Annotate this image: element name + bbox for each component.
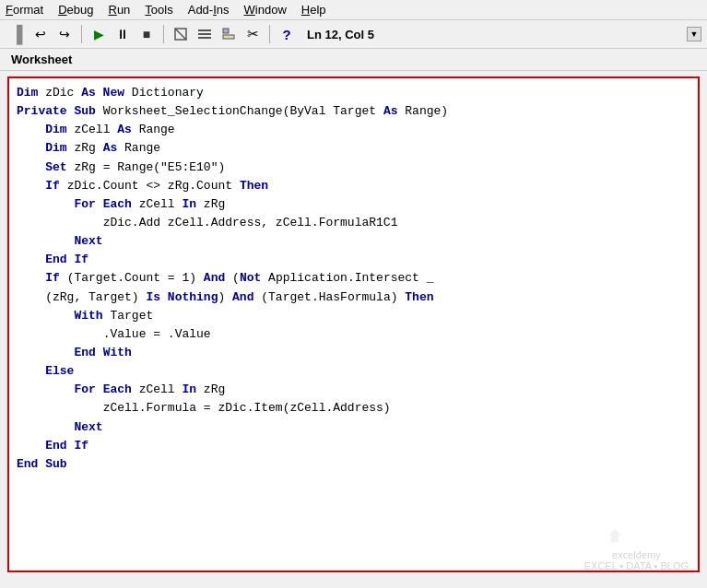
redo-button[interactable]: ↪: [53, 23, 76, 45]
code-line-8: zDic.Add zCell.Address, zCell.FormulaR1C…: [17, 214, 690, 232]
svg-rect-6: [223, 35, 234, 39]
code-line-19: Next: [17, 418, 690, 437]
code-line-11: If (Target.Count = 1) And (Not Applicati…: [17, 269, 690, 288]
code-line-14: .Value = .Value: [17, 325, 690, 344]
menubar: Format Debug Run Tools Add-Ins Window He…: [0, 0, 707, 20]
menu-debug[interactable]: Debug: [58, 3, 93, 17]
code-line-18: zCell.Formula = zDic.Item(zCell.Address): [17, 399, 690, 417]
pause-button[interactable]: ⏸: [112, 23, 134, 45]
undo-button[interactable]: ↩: [29, 23, 52, 45]
svg-rect-5: [223, 29, 229, 33]
code-line-1: Dim zDic As New Dictionary: [17, 84, 690, 102]
code-editor[interactable]: Dim zDic As New Dictionary Private Sub W…: [7, 76, 700, 572]
sheet-label: Worksheet: [0, 49, 707, 71]
code-line-4: Dim zRg As Range: [17, 139, 690, 158]
code-line-6: If zDic.Count <> zRg.Count Then: [17, 177, 690, 195]
code-line-12: (zRg, Target) Is Nothing) And (Target.Ha…: [17, 288, 690, 307]
svg-line-1: [175, 29, 186, 40]
code-line-10: End If: [17, 251, 690, 269]
code-line-5: Set zRg = Range("E5:E10"): [17, 159, 690, 177]
watermark-logo: [584, 522, 689, 549]
svg-rect-8: [611, 535, 619, 542]
code-line-3: Dim zCell As Range: [17, 121, 690, 139]
code-line-17: For Each zCell In zRg: [17, 381, 690, 399]
cursor-position: Ln 12, Col 5: [307, 28, 374, 41]
menu-format[interactable]: Format: [6, 3, 43, 17]
toolbar-arrow[interactable]: ▼: [687, 27, 701, 41]
watermark-text-1: exceldemy: [584, 549, 689, 560]
code-line-21: End Sub: [17, 455, 690, 474]
svg-rect-4: [198, 37, 211, 39]
code-line-15: End With: [17, 344, 690, 362]
menu-run[interactable]: Run: [109, 3, 131, 17]
explorer-button[interactable]: [218, 23, 240, 45]
sep1: [81, 25, 82, 43]
watermark-text-2: EXCEL • DATA • BLOG: [584, 560, 689, 571]
sep2: [163, 25, 164, 43]
properties-button[interactable]: [194, 23, 216, 45]
code-line-7: For Each zCell In zRg: [17, 195, 690, 214]
watermark: exceldemy EXCEL • DATA • BLOG: [584, 522, 689, 571]
toolbar-icon-left: ▐: [6, 23, 28, 45]
toolbar: ▐ ↩ ↪ ▶ ⏸ ■ ✂ ? Ln 12, Col 5 ▼: [0, 20, 707, 49]
svg-rect-2: [198, 29, 211, 31]
code-line-20: End If: [17, 437, 690, 455]
stop-button[interactable]: ■: [136, 23, 158, 45]
svg-marker-7: [608, 529, 621, 535]
sep3: [269, 25, 270, 43]
scissors-button[interactable]: ✂: [242, 23, 264, 45]
menu-window[interactable]: Window: [244, 3, 287, 17]
menu-addins[interactable]: Add-Ins: [188, 3, 230, 17]
help-button[interactable]: ?: [276, 23, 298, 45]
code-line-16: Else: [17, 362, 690, 381]
code-line-9: Next: [17, 232, 690, 251]
menu-help[interactable]: Help: [301, 3, 326, 17]
run-button[interactable]: ▶: [88, 23, 110, 45]
code-line-13: With Target: [17, 307, 690, 325]
menu-tools[interactable]: Tools: [145, 3, 172, 17]
svg-rect-3: [198, 33, 211, 35]
design-button[interactable]: [170, 23, 192, 45]
code-line-2: Private Sub Worksheet_SelectionChange(By…: [17, 102, 690, 121]
